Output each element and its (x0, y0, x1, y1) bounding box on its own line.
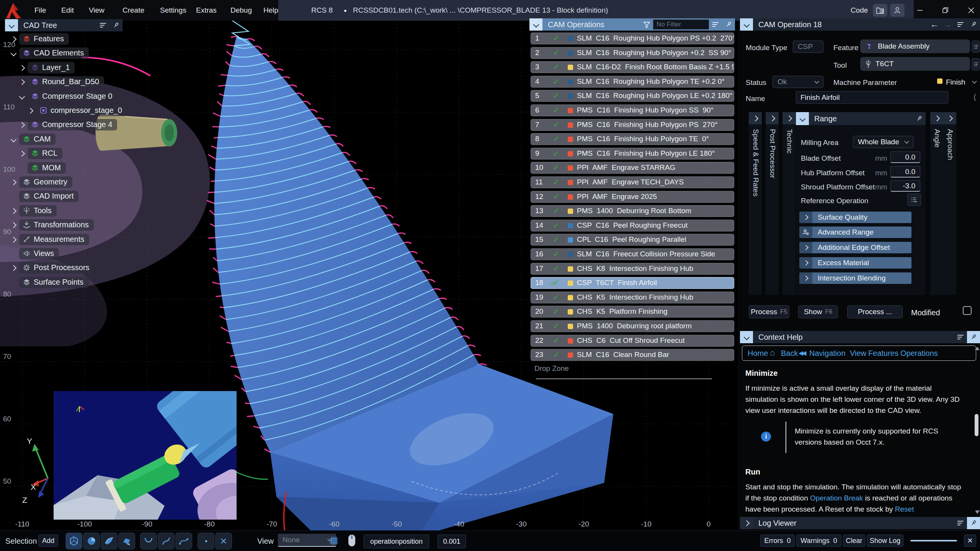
cam-operation-row-12[interactable]: 12✓ PPI AMF Engrave 2025 (531, 191, 734, 203)
cam-operation-row-2[interactable]: 2✓ SLM C16 Roughing Hub Polygon +0.2 SS … (531, 47, 734, 59)
menu-edit[interactable]: Edit (61, 0, 74, 21)
warnings-button[interactable]: Warnings0 (796, 535, 841, 547)
shroud-platform-offset-input[interactable]: -3.0 (890, 180, 920, 192)
menu-view[interactable]: View (89, 0, 105, 21)
cam-operation-row-15[interactable]: 15✓ CPL C16 Peel Roughing Parallel (531, 234, 734, 246)
status-dropdown[interactable]: Ok (773, 76, 823, 88)
show-log-button[interactable]: Show Log (867, 535, 903, 547)
select-face-icon[interactable] (101, 533, 118, 549)
section-excess-material[interactable]: Excess Material (799, 257, 911, 269)
operation-position-input[interactable] (364, 535, 429, 548)
cam-operation-row-17[interactable]: 17✓ CHS K8 Intersection Finishing Hub (531, 263, 734, 275)
tree-expander-icon[interactable] (11, 36, 17, 42)
tree-item-tools[interactable]: Tools (11, 205, 57, 217)
view-dropdown[interactable]: None (278, 534, 336, 547)
clear-selection-icon[interactable] (215, 533, 232, 549)
cam-operations-panel-header[interactable]: CAM Operations (529, 18, 735, 31)
help-link[interactable]: Operation Break (810, 494, 863, 502)
tree-item-mom[interactable]: MOM (20, 162, 66, 174)
section-surface-quality[interactable]: Surface Quality (799, 212, 911, 223)
panel-menu-icon[interactable] (954, 517, 967, 529)
tree-expander-icon[interactable] (19, 93, 25, 99)
vertical-tab-technic[interactable]: Technic (782, 112, 795, 295)
tree-expander-icon[interactable] (11, 236, 17, 243)
help-link[interactable]: Reset (895, 505, 914, 513)
cam-operation-row-21[interactable]: 21✓ PMS 1400 Deburring root platform (531, 320, 734, 332)
mouse-mode-icon[interactable] (347, 534, 357, 549)
pin-panel-icon[interactable] (967, 331, 980, 343)
panel-menu-icon[interactable] (954, 331, 967, 343)
collapse-panel-icon[interactable] (5, 19, 18, 31)
reference-operation-picker-button[interactable] (907, 194, 921, 206)
select-spline-icon[interactable] (175, 533, 192, 549)
expand-tab-icon[interactable] (766, 112, 779, 124)
cam-operation-row-8[interactable]: 8✓ PMS C16 Finishing Hub Polygon TE 0° (531, 133, 734, 145)
cam-operation-row-18[interactable]: 18✓✓ CSP T6CT Finish Airfoil (531, 277, 734, 289)
collapse-panel-icon[interactable] (796, 112, 809, 125)
menu-settings[interactable]: Settings (160, 0, 186, 21)
drop-zone-label[interactable]: Drop Zone (534, 364, 569, 373)
back-icon[interactable]: ← (928, 18, 941, 31)
scrollbar-thumb[interactable] (975, 414, 978, 436)
tree-item-surface-points[interactable]: Surface Points (11, 277, 88, 288)
code-button[interactable]: Code (851, 0, 868, 21)
select-curve-s-icon[interactable] (158, 533, 175, 549)
tree-expander-icon[interactable] (11, 208, 17, 214)
tree-expander-icon[interactable] (19, 65, 25, 71)
cam-operation-row-4[interactable]: 4✓ SLM C16 Roughing Hub Polygon TE +0.2 … (531, 76, 734, 88)
minimize-window-button[interactable] (909, 0, 931, 21)
expand-tab-icon[interactable] (749, 112, 762, 124)
tree-expander-icon[interactable] (11, 136, 17, 142)
tree-expander-icon[interactable] (11, 222, 17, 228)
pin-panel-icon[interactable] (722, 18, 735, 31)
pin-panel-icon[interactable] (109, 19, 122, 31)
expand-tab-icon[interactable] (943, 112, 956, 124)
blade-offset-input[interactable]: 0.0 (890, 152, 920, 163)
filter-icon[interactable] (640, 18, 653, 31)
cam-operation-panel-header[interactable]: CAM Operation 18 ← → (740, 18, 980, 31)
help-nav-view[interactable]: View (850, 349, 866, 358)
range-panel-header[interactable]: Range (796, 112, 926, 125)
tree-item-compressor-stage-4[interactable]: Compressor Stage 4 (20, 119, 117, 130)
filter-input[interactable] (653, 20, 709, 29)
feature-list-button[interactable] (972, 41, 980, 53)
tree-expander-icon[interactable] (11, 179, 17, 185)
panel-menu-icon[interactable] (96, 19, 109, 31)
expand-panel-icon[interactable] (740, 517, 753, 529)
grid-toggle-icon[interactable] (328, 535, 339, 548)
help-nav-operations[interactable]: Operations (900, 349, 938, 358)
process-more-button[interactable]: Process ... (847, 305, 903, 318)
cam-operation-row-16[interactable]: 16✓ SLM C16 Freecut Collision Pressure S… (531, 248, 734, 260)
expand-tab-icon[interactable] (930, 112, 943, 124)
menu-create[interactable]: Create (122, 0, 144, 21)
cam-operation-row-9[interactable]: 9✓ PMS C16 Finishing Hub Polygon LE 180° (531, 148, 734, 160)
hub-platform-offset-input[interactable]: 0.0 (890, 166, 920, 178)
cam-operation-row-7[interactable]: 7✓ PMS C16 Finishing Hub Polygon PS 270° (531, 119, 734, 131)
menu-extras[interactable]: Extras (196, 0, 217, 21)
select-patch-icon[interactable] (118, 533, 135, 549)
panel-menu-icon[interactable] (954, 18, 967, 31)
tool-selector[interactable]: T6CT (860, 57, 970, 71)
tree-expander-icon[interactable] (19, 122, 25, 128)
cam-operation-row-6[interactable]: 6✓ PMS C16 Finishing Hub Polygon SS 90° (531, 104, 734, 116)
section-intersection-blending[interactable]: Intersection Blending (799, 272, 911, 284)
tree-item-cad-import[interactable]: CAD Import (11, 191, 78, 202)
help-nav-home[interactable]: Home (748, 349, 768, 358)
milling-area-dropdown[interactable]: Whole Blade (853, 136, 913, 148)
tree-expander-icon[interactable] (11, 50, 17, 56)
log-progress-slider[interactable] (910, 540, 957, 541)
tree-item-post-processors[interactable]: Post Processors (11, 262, 95, 274)
vertical-tab-post-processor[interactable]: Post Processor (766, 112, 779, 295)
tree-item-geometry[interactable]: Geometry (11, 176, 72, 188)
cam-operation-row-14[interactable]: 14✓ CSP C16 Peel Roughing Freecut (531, 220, 734, 231)
tree-item-transformations[interactable]: Transformations (11, 219, 94, 231)
help-nav-features[interactable]: Features (868, 349, 898, 358)
tree-item-compressor-stage-0[interactable]: Compressor Stage 0 (20, 91, 117, 102)
forward-icon[interactable]: → (941, 18, 954, 31)
tree-expander-icon[interactable] (19, 150, 25, 156)
cam-operation-row-23[interactable]: 23✓ SLM C16 Clean Round Bar (531, 349, 734, 361)
tree-item-features[interactable]: Features (11, 33, 69, 45)
vertical-tab-speed-feed-rates[interactable]: Speed & Feed Rates (749, 112, 762, 295)
log-viewer-panel-header[interactable]: Log Viewer (740, 517, 980, 529)
panel-menu-icon[interactable] (709, 18, 722, 31)
